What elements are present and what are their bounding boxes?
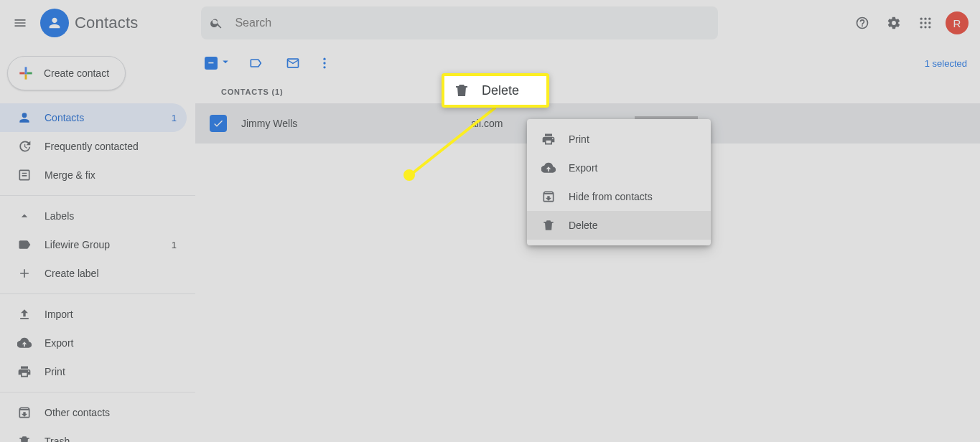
contacts-section-label: CONTACTS (1): [195, 80, 980, 103]
gear-icon: [887, 16, 901, 30]
more-actions-button[interactable]: [310, 49, 339, 77]
selected-count-text: 1 selected: [925, 58, 967, 69]
sidebar-item-frequent[interactable]: Frequently contacted: [0, 132, 187, 161]
sidebar-item-contacts[interactable]: Contacts 1: [0, 103, 187, 132]
sidebar-item-label: Print: [45, 366, 187, 377]
print-icon: [17, 365, 32, 379]
apps-button[interactable]: [911, 9, 940, 37]
sidebar-item-label: Import: [45, 309, 187, 320]
sidebar: Create contact Contacts 1 Frequently con…: [0, 46, 195, 442]
merge-icon: [17, 168, 32, 182]
help-button[interactable]: [848, 9, 877, 37]
svg-point-8: [928, 26, 930, 28]
chevron-down-icon: [219, 55, 232, 71]
more-actions-menu: Print Export Hide from contacts Delete: [527, 119, 711, 245]
menu-item-label: Hide from contacts: [569, 191, 653, 202]
menu-item-print[interactable]: Print: [527, 125, 711, 154]
sidebar-item-label: Trash: [45, 436, 187, 442]
labels-header-text: Labels: [45, 210, 74, 222]
more-vert-icon: [317, 56, 332, 70]
svg-point-11: [323, 62, 325, 64]
menu-item-delete[interactable]: Delete: [527, 211, 711, 240]
svg-point-6: [920, 26, 923, 28]
menu-item-label: Delete: [569, 220, 597, 231]
sidebar-item-trash[interactable]: Trash: [0, 427, 187, 442]
callout-text: Delete: [482, 83, 519, 98]
sidebar-label-item[interactable]: Lifewire Group 1: [0, 230, 187, 259]
settings-button[interactable]: [879, 9, 908, 37]
check-icon: [213, 118, 224, 129]
svg-point-2: [928, 18, 930, 20]
main-menu-button[interactable]: [6, 9, 34, 37]
selection-toolbar: – 1 selected: [195, 46, 980, 80]
svg-point-1: [924, 18, 926, 20]
app-header: Contacts R: [0, 0, 980, 46]
create-contact-button[interactable]: Create contact: [7, 56, 126, 90]
trash-icon: [17, 434, 32, 442]
help-icon: [855, 16, 869, 30]
sidebar-item-label: Create label: [45, 268, 187, 279]
email-icon: [286, 56, 300, 70]
tutorial-pointer-dot: [403, 169, 415, 181]
apps-grid-icon: [918, 16, 933, 30]
sidebar-item-label: Lifewire Group: [45, 239, 159, 250]
account-avatar[interactable]: R: [946, 11, 969, 34]
svg-point-10: [323, 58, 325, 60]
trash-icon: [541, 218, 556, 232]
sidebar-item-label: Frequently contacted: [45, 141, 187, 152]
search-icon: [210, 16, 223, 30]
svg-point-7: [924, 26, 926, 28]
sidebar-item-label: Merge & fix: [45, 169, 187, 181]
sidebar-item-import[interactable]: Import: [0, 300, 187, 329]
print-icon: [541, 132, 556, 146]
sidebar-item-merge-fix[interactable]: Merge & fix: [0, 161, 187, 189]
plus-icon: [17, 64, 35, 83]
search-input[interactable]: [235, 17, 709, 29]
tutorial-callout-delete: Delete: [442, 73, 549, 108]
search-bar[interactable]: [201, 6, 718, 39]
menu-item-hide[interactable]: Hide from contacts: [527, 182, 711, 211]
product-name: Contacts: [75, 14, 138, 32]
create-contact-label: Create contact: [44, 67, 109, 79]
sidebar-item-export[interactable]: Export: [0, 329, 187, 357]
product-branding: Contacts: [40, 9, 138, 37]
sidebar-item-print[interactable]: Print: [0, 357, 187, 386]
chevron-up-icon: [17, 209, 32, 223]
sidebar-item-count: 1: [172, 113, 177, 123]
menu-item-label: Print: [569, 133, 589, 145]
send-email-button[interactable]: [279, 49, 307, 77]
cloud-upload-icon: [17, 336, 32, 350]
sidebar-item-label: Export: [45, 337, 187, 349]
archive-icon: [541, 189, 556, 204]
upload-icon: [17, 307, 32, 321]
row-checkbox[interactable]: [210, 115, 227, 132]
sidebar-item-label: Contacts: [45, 112, 159, 123]
sidebar-item-label: Other contacts: [45, 407, 187, 418]
labels-section-toggle[interactable]: Labels: [0, 202, 195, 230]
trash-icon: [453, 82, 470, 99]
person-icon: [17, 110, 32, 125]
manage-labels-button[interactable]: [241, 49, 270, 77]
selection-partial-icon: –: [205, 57, 218, 70]
selection-checkbox-dropdown[interactable]: –: [204, 49, 233, 77]
svg-point-5: [928, 22, 930, 24]
svg-point-12: [323, 66, 325, 68]
label-outline-icon: [248, 56, 263, 70]
sidebar-item-other-contacts[interactable]: Other contacts: [0, 398, 187, 427]
archive-icon: [17, 405, 32, 420]
cloud-upload-icon: [541, 161, 556, 175]
svg-point-0: [920, 18, 923, 20]
sidebar-item-count: 1: [172, 240, 177, 250]
main-content: – 1 selected CONTACTS (1) Jimmy Wells ai…: [195, 46, 980, 442]
svg-rect-9: [25, 72, 27, 75]
history-icon: [17, 139, 32, 154]
label-icon: [17, 238, 32, 252]
svg-point-3: [920, 22, 923, 24]
menu-item-export[interactable]: Export: [527, 154, 711, 182]
sidebar-create-label[interactable]: Create label: [0, 259, 187, 288]
hamburger-icon: [13, 16, 27, 30]
plus-outline-icon: [17, 266, 32, 281]
contact-name: Jimmy Wells: [241, 118, 457, 129]
svg-point-4: [924, 22, 926, 24]
contacts-logo: [40, 9, 69, 37]
